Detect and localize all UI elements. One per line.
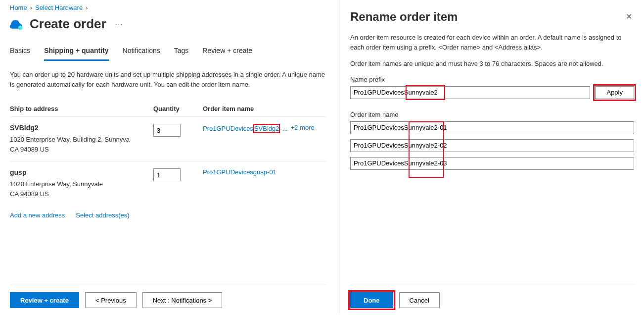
name-prefix-label: Name prefix [350,76,634,83]
order-item-name-link[interactable]: Pro1GPUDevicesSVBldg2-... [203,124,288,133]
rename-order-item-blade: Rename order item ✕ An order item resour… [340,0,644,315]
chevron-right-icon: › [86,4,88,11]
order-item-name-input[interactable] [350,121,634,134]
col-header-quantity: Quantity [153,105,203,112]
item-name-prefix: Pro1GPUDevices [203,125,253,132]
name-prefix-input[interactable] [350,86,590,99]
cancel-button[interactable]: Cancel [399,292,440,308]
order-item-name-input[interactable] [350,139,634,152]
done-button[interactable]: Done [350,292,393,308]
address-line: 1020 Enterprise Way, Sunnyvale [10,179,153,189]
breadcrumb: Home › Select Hardware › [10,4,326,11]
add-address-link[interactable]: Add a new address [10,211,65,219]
azure-edge-icon [10,17,24,31]
col-header-item-name: Order item name [203,105,326,112]
svg-point-0 [18,25,23,30]
tab-basics[interactable]: Basics [10,44,30,61]
next-button[interactable]: Next : Notifications > [142,292,223,308]
address-line: CA 94089 US [10,145,153,155]
tab-shipping-quantity[interactable]: Shipping + quantity [44,44,108,61]
review-create-button[interactable]: Review + create [10,292,79,308]
order-item-name-input[interactable] [350,157,634,170]
highlight-box: SVBldg2 [253,124,280,133]
blade-description: An order item resource is created for ea… [350,33,634,52]
address-line: CA 94089 US [10,189,153,199]
breadcrumb-home[interactable]: Home [10,4,27,11]
address-alias: gusp [10,168,153,176]
blade-title: Rename order item [350,10,458,24]
tab-tags[interactable]: Tags [174,44,189,61]
shipping-table: Ship to address Quantity Order item name… [10,101,326,206]
tab-review-create[interactable]: Review + create [202,44,252,61]
quantity-input[interactable] [153,124,181,137]
blade-description: Order item names are unique and must hav… [350,59,634,69]
intro-text: You can order up to 20 hardware units an… [10,70,326,89]
order-item-name-list [350,121,634,170]
previous-button[interactable]: < Previous [85,292,137,308]
table-row: SVBldg2 1020 Enterprise Way, Building 2,… [10,116,326,161]
select-addresses-link[interactable]: Select address(es) [76,211,129,219]
close-icon[interactable]: ✕ [624,10,634,23]
chevron-right-icon: › [30,4,32,11]
quantity-input[interactable] [153,168,181,181]
apply-button[interactable]: Apply [595,86,634,99]
tab-notifications[interactable]: Notifications [123,44,160,61]
more-items-link[interactable]: +2 more [291,124,315,131]
more-actions-icon[interactable]: ··· [112,20,126,29]
item-name-suffix: -... [280,125,287,132]
order-item-name-label: Order item name [350,111,634,118]
footer-bar: Review + create < Previous Next : Notifi… [10,285,326,315]
table-row: gusp 1020 Enterprise Way, Sunnyvale CA 9… [10,161,326,206]
blade-footer: Done Cancel [350,285,634,315]
address-line: 1020 Enterprise Way, Building 2, Sunnyva [10,135,153,145]
tabs: Basics Shipping + quantity Notifications… [10,44,326,61]
address-alias: SVBldg2 [10,124,153,132]
col-header-address: Ship to address [10,105,153,112]
order-item-name-link[interactable]: Pro1GPUDevicesgusp-01 [203,168,276,176]
breadcrumb-select-hardware[interactable]: Select Hardware [35,4,83,11]
page-title: Create order [30,16,106,32]
